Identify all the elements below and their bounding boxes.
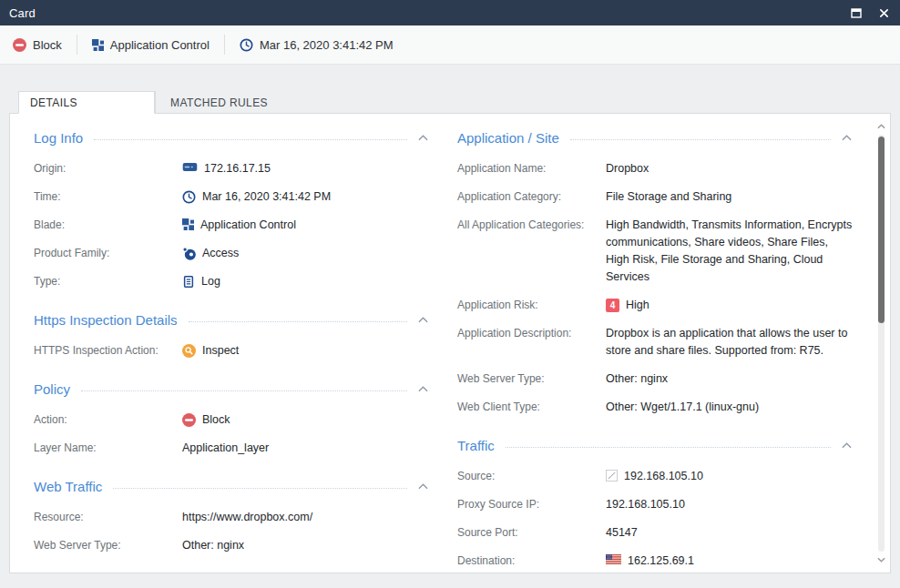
field-label: Destination:	[457, 553, 606, 570]
section-divider	[81, 390, 407, 391]
field-value: 192.168.105.10	[606, 496, 854, 513]
block-icon	[182, 413, 196, 427]
collapse-chevron-up-icon[interactable]	[840, 133, 854, 143]
section-header: Policy	[34, 381, 430, 397]
field-row-web-server-type: Web Server Type:Other: nginx	[34, 537, 430, 554]
section-divider	[113, 488, 407, 489]
field-row-destination: Destination:162.125.69.1	[457, 553, 854, 570]
log-summary-toolbar: Block Application Control Mar 16, 2020 3…	[0, 25, 900, 65]
scrollbar-thumb[interactable]	[878, 137, 885, 323]
field-value: 162.125.69.1	[606, 553, 854, 570]
maximize-icon	[851, 8, 862, 18]
field-value-text: Other: Wget/1.17.1 (linux-gnu)	[606, 399, 759, 416]
scroll-down-button[interactable]	[877, 554, 885, 565]
section-policy: PolicyAction:BlockLayer Name:Application…	[34, 381, 430, 457]
field-row-application-risk: Application Risk:4High	[457, 297, 854, 314]
field-label: Origin:	[34, 160, 182, 177]
field-row-all-application-categories: All Application Categories:High Bandwidt…	[457, 217, 854, 286]
field-row-origin: Origin:172.16.17.15	[34, 160, 430, 177]
section-divider	[189, 321, 407, 322]
field-label: Application Description:	[457, 325, 606, 342]
inspect-icon	[182, 344, 196, 358]
section-web-traffic: Web TrafficResource:https://www.dropbox.…	[34, 479, 430, 554]
tab-matched-rules[interactable]: MATCHED RULES	[155, 91, 282, 114]
field-value: Application_layer	[182, 440, 430, 457]
section-title: Policy	[34, 381, 70, 397]
section-application-site: Application / SiteApplication Name:Dropb…	[457, 130, 854, 416]
field-value: Inspect	[182, 342, 430, 360]
collapse-chevron-up-icon[interactable]	[840, 441, 854, 451]
field-row-source-port: Source Port:45147	[457, 524, 854, 542]
summary-blade: Application Control	[88, 38, 213, 52]
field-row-layer-name: Layer Name:Application_layer	[34, 440, 430, 457]
field-value-text: 192.168.105.10	[606, 496, 685, 513]
field-value-text: Other: nginx	[182, 537, 244, 554]
summary-blade-label: Application Control	[110, 38, 210, 52]
window-titlebar: Card	[0, 0, 900, 25]
left-column: Log InfoOrigin:172.16.17.15Time:Mar 16, …	[34, 130, 430, 573]
section-divider	[570, 139, 831, 140]
chevron-up-icon	[877, 124, 885, 129]
field-value: File Storage and Sharing	[606, 188, 854, 206]
field-row-web-client-type: Web Client Type:Other: Wget/1.17.1 (linu…	[457, 399, 854, 416]
maximize-button[interactable]	[849, 5, 864, 20]
access-icon	[182, 247, 196, 260]
section-title: Application / Site	[457, 130, 559, 146]
clock-icon	[182, 190, 196, 204]
window-title: Card	[9, 6, 36, 20]
field-value-text: High Bandwidth, Transmits Information, E…	[606, 217, 854, 286]
field-value-text: 45147	[606, 524, 638, 542]
field-value-text: 162.125.69.1	[628, 553, 694, 570]
field-value-text: 172.16.17.15	[204, 160, 271, 177]
toolbar-divider	[77, 35, 77, 55]
field-label: Proxy Source IP:	[457, 496, 606, 513]
section-divider	[94, 139, 407, 140]
field-value-text: Application Control	[200, 217, 296, 234]
field-row-blade: Blade:Application Control	[34, 217, 430, 234]
field-value-text: Dropbox is an application that allows th…	[606, 325, 854, 360]
collapse-chevron-up-icon[interactable]	[416, 315, 430, 325]
field-row-web-server-type: Web Server Type:Other: nginx	[457, 370, 854, 388]
right-column: Application / SiteApplication Name:Dropb…	[457, 130, 854, 573]
field-value-text: High	[626, 297, 649, 314]
block-icon	[13, 38, 26, 52]
field-row-time: Time:Mar 16, 2020 3:41:42 PM	[34, 188, 430, 206]
field-row-type: Type:Log	[34, 273, 430, 290]
section-header: Https Inspection Details	[34, 312, 430, 328]
close-button[interactable]	[876, 5, 891, 20]
collapse-chevron-up-icon[interactable]	[416, 482, 430, 492]
field-row-https-inspection-action: HTTPS Inspection Action:Inspect	[34, 342, 430, 360]
scrollbar-track[interactable]	[878, 135, 885, 552]
scroll-up-button[interactable]	[877, 121, 885, 132]
field-label: Product Family:	[34, 245, 182, 262]
field-row-source: Source:192.168.105.10	[457, 468, 854, 485]
field-row-resource: Resource:https://www.dropbox.com/	[34, 509, 430, 526]
field-label: Application Name:	[457, 160, 606, 177]
chevron-down-icon	[877, 557, 885, 563]
tab-strip: DETAILS MATCHED RULES	[0, 65, 900, 113]
field-value-text: Inspect	[202, 342, 239, 360]
field-value: Mar 16, 2020 3:41:42 PM	[182, 188, 430, 206]
field-row-product-family: Product Family:Access	[34, 245, 430, 262]
scrollbar[interactable]	[875, 121, 886, 565]
field-value: Block	[182, 411, 430, 429]
tab-details[interactable]: DETAILS	[18, 91, 155, 114]
field-label: Action:	[34, 411, 182, 429]
log-icon	[182, 275, 195, 289]
field-value-text: File Storage and Sharing	[606, 188, 731, 206]
summary-action: Block	[9, 38, 66, 52]
field-value: High Bandwidth, Transmits Information, E…	[606, 217, 854, 286]
collapse-chevron-up-icon[interactable]	[416, 133, 430, 143]
risk-badge: 4	[606, 299, 619, 312]
field-value: Other: nginx	[606, 370, 854, 388]
section-title: Web Traffic	[34, 479, 102, 494]
section-header: Log Info	[34, 130, 430, 146]
field-label: Layer Name:	[34, 440, 182, 457]
field-label: Web Client Type:	[457, 399, 606, 416]
collapse-chevron-up-icon[interactable]	[416, 384, 430, 394]
section-divider	[506, 447, 831, 448]
field-label: Blade:	[34, 217, 182, 234]
field-row-application-category: Application Category:File Storage and Sh…	[457, 188, 854, 206]
field-value-text: Mar 16, 2020 3:41:42 PM	[202, 188, 331, 206]
field-label: Type:	[34, 273, 182, 290]
